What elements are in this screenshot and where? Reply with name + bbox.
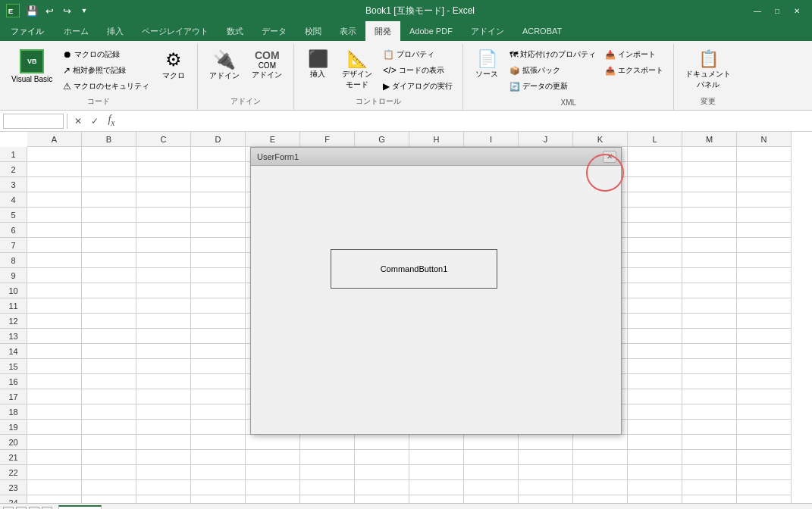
col-header-C[interactable]: C	[136, 132, 191, 147]
redo-qa-btn[interactable]: ↪	[59, 3, 74, 18]
col-header-H[interactable]: H	[409, 132, 464, 147]
cell-D17[interactable]	[191, 389, 246, 404]
cell-F23[interactable]	[300, 480, 355, 495]
cell-N4[interactable]	[737, 192, 792, 208]
cell-E20[interactable]	[246, 435, 300, 450]
cell-I24[interactable]	[464, 495, 519, 503]
cell-I21[interactable]	[464, 450, 519, 465]
cell-D23[interactable]	[191, 480, 246, 495]
cell-D3[interactable]	[191, 177, 246, 192]
cell-D22[interactable]	[191, 465, 246, 480]
cell-L24[interactable]	[628, 495, 682, 503]
cell-E21[interactable]	[246, 450, 300, 465]
cell-A23[interactable]	[27, 480, 82, 495]
cell-A17[interactable]	[27, 389, 82, 404]
col-header-M[interactable]: M	[682, 132, 737, 147]
tab-acrobat[interactable]: ACROBAT	[513, 21, 571, 41]
cell-E23[interactable]	[246, 480, 300, 495]
row-header-1[interactable]: 1	[0, 147, 27, 162]
cell-A3[interactable]	[27, 177, 82, 192]
row-header-22[interactable]: 22	[0, 465, 27, 480]
cell-D1[interactable]	[191, 147, 246, 162]
cell-D4[interactable]	[191, 192, 246, 208]
cell-B14[interactable]	[82, 344, 136, 359]
cell-J20[interactable]	[519, 435, 573, 450]
cell-A19[interactable]	[27, 420, 82, 435]
cell-C7[interactable]	[136, 238, 191, 253]
cell-M6[interactable]	[682, 223, 737, 238]
cell-N20[interactable]	[737, 435, 792, 450]
cell-G22[interactable]	[355, 465, 409, 480]
cell-B20[interactable]	[82, 435, 136, 450]
cell-N9[interactable]	[737, 268, 792, 283]
cell-L5[interactable]	[628, 208, 682, 223]
tab-review[interactable]: 校閲	[296, 21, 331, 41]
cell-B18[interactable]	[82, 404, 136, 420]
cell-B13[interactable]	[82, 329, 136, 344]
cell-D7[interactable]	[191, 238, 246, 253]
cell-L3[interactable]	[628, 177, 682, 192]
cell-L7[interactable]	[628, 238, 682, 253]
refresh-data-btn[interactable]: 🔄 データの更新	[506, 79, 600, 94]
cell-D12[interactable]	[191, 314, 246, 329]
cell-M24[interactable]	[682, 495, 737, 503]
cell-A9[interactable]	[27, 268, 82, 283]
cell-D18[interactable]	[191, 404, 246, 420]
row-header-9[interactable]: 9	[0, 268, 27, 283]
cell-G23[interactable]	[355, 480, 409, 495]
row-header-16[interactable]: 16	[0, 374, 27, 389]
cell-B7[interactable]	[82, 238, 136, 253]
cell-C19[interactable]	[136, 420, 191, 435]
col-header-L[interactable]: L	[628, 132, 682, 147]
cell-A21[interactable]	[27, 450, 82, 465]
cell-N12[interactable]	[737, 314, 792, 329]
cell-C18[interactable]	[136, 404, 191, 420]
cell-B5[interactable]	[82, 208, 136, 223]
cell-N15[interactable]	[737, 359, 792, 374]
cell-C4[interactable]	[136, 192, 191, 208]
row-header-19[interactable]: 19	[0, 420, 27, 435]
tab-page-layout[interactable]: ページレイアウト	[133, 21, 218, 41]
cell-C5[interactable]	[136, 208, 191, 223]
cell-L11[interactable]	[628, 298, 682, 314]
cell-M18[interactable]	[682, 404, 737, 420]
cell-B12[interactable]	[82, 314, 136, 329]
macro-btn[interactable]: ⚙ マクロ	[156, 45, 191, 85]
cell-F20[interactable]	[300, 435, 355, 450]
cell-A2[interactable]	[27, 162, 82, 177]
view-code-btn[interactable]: </> コードの表示	[379, 63, 456, 78]
cell-C14[interactable]	[136, 344, 191, 359]
cell-M19[interactable]	[682, 420, 737, 435]
cell-B1[interactable]	[82, 147, 136, 162]
insert-control-btn[interactable]: ⬛ 挿入	[300, 45, 335, 83]
cell-A20[interactable]	[27, 435, 82, 450]
cell-D13[interactable]	[191, 329, 246, 344]
cell-G21[interactable]	[355, 450, 409, 465]
cell-B16[interactable]	[82, 374, 136, 389]
cell-M10[interactable]	[682, 283, 737, 298]
cell-A7[interactable]	[27, 238, 82, 253]
cell-L19[interactable]	[628, 420, 682, 435]
col-header-K[interactable]: K	[573, 132, 628, 147]
row-header-6[interactable]: 6	[0, 223, 27, 238]
last-sheet-btn[interactable]: ►|	[42, 507, 52, 510]
cell-B15[interactable]	[82, 359, 136, 374]
cell-B2[interactable]	[82, 162, 136, 177]
cell-L14[interactable]	[628, 344, 682, 359]
cell-C9[interactable]	[136, 268, 191, 283]
cell-L23[interactable]	[628, 480, 682, 495]
cell-D6[interactable]	[191, 223, 246, 238]
save-qa-btn[interactable]: 💾	[24, 3, 39, 18]
cell-D8[interactable]	[191, 253, 246, 268]
cell-A16[interactable]	[27, 374, 82, 389]
cell-N7[interactable]	[737, 238, 792, 253]
col-header-I[interactable]: I	[464, 132, 519, 147]
cell-M5[interactable]	[682, 208, 737, 223]
visual-basic-btn[interactable]: VB Visual Basic	[6, 45, 58, 87]
cell-A1[interactable]	[27, 147, 82, 162]
cell-M9[interactable]	[682, 268, 737, 283]
col-header-A[interactable]: A	[27, 132, 82, 147]
cell-A11[interactable]	[27, 298, 82, 314]
cell-C12[interactable]	[136, 314, 191, 329]
source-btn[interactable]: 📄 ソース	[469, 45, 504, 83]
